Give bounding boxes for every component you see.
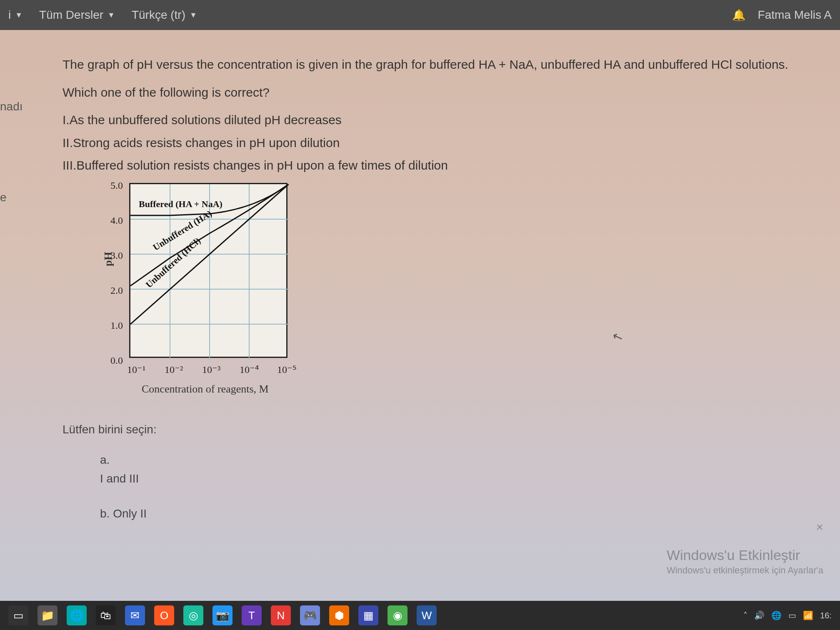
choice-a[interactable]: a. I and III bbox=[100, 451, 815, 488]
word-icon[interactable]: W bbox=[417, 605, 437, 625]
username-label[interactable]: Fatma Melis A bbox=[758, 8, 832, 22]
choices-list: a. I and III b. Only II bbox=[100, 451, 815, 522]
caret-down-icon: ▼ bbox=[15, 11, 22, 20]
side-text-1: nadı bbox=[0, 100, 23, 113]
y-tick: 5.0 bbox=[110, 178, 123, 193]
question-prompt: Which one of the following is correct? bbox=[62, 83, 815, 102]
watermark-line2: Windows'u etkinleştirmek için Ayarlar'a bbox=[667, 565, 823, 576]
explorer-icon[interactable]: 📁 bbox=[38, 605, 58, 625]
taskview-icon[interactable]: ▭ bbox=[8, 605, 28, 625]
choice-text-a: I and III bbox=[100, 470, 815, 488]
nav-label: Tüm Dersler bbox=[39, 8, 103, 22]
teams-icon[interactable]: T bbox=[242, 605, 262, 625]
choices-prompt: Lütfen birini seçin: bbox=[62, 420, 815, 438]
volume-icon[interactable]: 🔊 bbox=[754, 610, 765, 620]
app-icon[interactable]: ◎ bbox=[183, 605, 203, 625]
edge-icon[interactable]: 🌐 bbox=[67, 605, 87, 625]
watermark-line1: Windows'u Etkinleştir bbox=[667, 547, 823, 563]
camera-icon[interactable]: 📷 bbox=[212, 605, 232, 625]
x-tick: 10⁻² bbox=[165, 362, 183, 378]
nav-item-info[interactable]: i ▼ bbox=[8, 8, 22, 22]
windows-activation-watermark: Windows'u Etkinleştir Windows'u etkinleş… bbox=[667, 547, 823, 576]
store-icon[interactable]: 🛍 bbox=[96, 605, 116, 625]
side-text-2: e bbox=[0, 191, 7, 204]
x-axis-label: Concentration of reagents, M bbox=[142, 381, 269, 398]
nav-label: i bbox=[8, 8, 11, 22]
chrome-icon[interactable]: ◉ bbox=[388, 605, 408, 625]
system-tray[interactable]: ˄ 🔊 🌐 ▭ 📶 16: bbox=[743, 610, 832, 620]
nav-item-language[interactable]: Türkçe (tr) ▼ bbox=[132, 8, 197, 22]
nav-label: Türkçe (tr) bbox=[132, 8, 185, 22]
battery-icon[interactable]: ▭ bbox=[788, 610, 796, 620]
y-tick: 2.0 bbox=[110, 283, 123, 298]
tray-chevron-icon[interactable]: ˄ bbox=[743, 610, 748, 620]
windows-taskbar: ▭ 📁 🌐 🛍 ✉ O ◎ 📷 T N 🎮 ⬢ ▦ ◉ W ˄ 🔊 🌐 ▭ 📶 … bbox=[0, 601, 840, 630]
statement-2: II.Strong acids resists changes in pH up… bbox=[62, 133, 815, 153]
y-tick: 4.0 bbox=[110, 213, 123, 228]
caret-down-icon: ▼ bbox=[190, 11, 197, 20]
choice-text-b: b. Only II bbox=[100, 505, 815, 522]
y-tick: 0.0 bbox=[110, 353, 123, 368]
series-label-buffered: Buffered (HA + NaA) bbox=[139, 199, 222, 209]
discord-icon[interactable]: 🎮 bbox=[300, 605, 320, 625]
y-tick: 3.0 bbox=[110, 248, 123, 263]
navbar: i ▼ Tüm Dersler ▼ Türkçe (tr) ▼ 🔔 Fatma … bbox=[0, 0, 840, 30]
opera-o-icon[interactable]: O bbox=[154, 605, 174, 625]
nav-item-courses[interactable]: Tüm Dersler ▼ bbox=[39, 8, 115, 22]
choice-letter-a: a. bbox=[100, 451, 815, 469]
clock-time[interactable]: 16: bbox=[820, 611, 832, 620]
close-icon[interactable]: × bbox=[816, 520, 823, 534]
plot-area: Buffered (HA + NaA) Unbuffered (HA) Unbu… bbox=[129, 183, 288, 358]
question-intro: The graph of pH versus the concentration… bbox=[62, 55, 815, 75]
ph-chart: pH 5.0 4.0 3.0 2.0 1.0 0.0 10⁻¹ 10⁻² 10⁻… bbox=[88, 179, 308, 395]
statement-1: I.As the unbuffered solutions diluted pH… bbox=[62, 110, 815, 130]
bell-icon[interactable]: 🔔 bbox=[732, 9, 745, 22]
app2-icon[interactable]: ▦ bbox=[358, 605, 378, 625]
mail-icon[interactable]: ✉ bbox=[125, 605, 145, 625]
caret-down-icon: ▼ bbox=[108, 11, 115, 20]
netflix-icon[interactable]: N bbox=[271, 605, 291, 625]
office-icon[interactable]: ⬢ bbox=[329, 605, 349, 625]
wifi-icon[interactable]: 📶 bbox=[803, 610, 813, 620]
x-tick: 10⁻⁴ bbox=[240, 362, 259, 378]
network-icon[interactable]: 🌐 bbox=[771, 610, 782, 620]
statement-3: III.Buffered solution resists changes in… bbox=[62, 156, 815, 175]
x-tick: 10⁻³ bbox=[202, 362, 220, 378]
question-content: The graph of pH versus the concentration… bbox=[62, 55, 815, 522]
x-tick: 10⁻¹ bbox=[127, 362, 145, 378]
grid-lines bbox=[130, 184, 289, 359]
y-tick: 1.0 bbox=[110, 318, 123, 333]
choice-b[interactable]: b. Only II bbox=[100, 505, 815, 522]
x-tick: 10⁻⁵ bbox=[277, 362, 297, 378]
